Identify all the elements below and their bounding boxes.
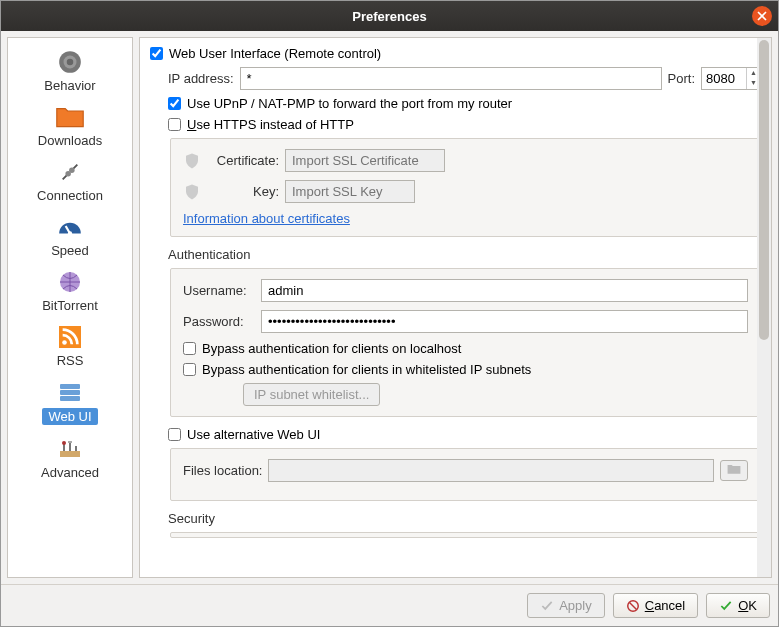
close-button[interactable] [752, 6, 772, 26]
server-icon [52, 378, 88, 406]
titlebar: Preferences [1, 1, 778, 31]
cancel-icon [626, 599, 640, 613]
sidebar-item-advanced[interactable]: Advanced [10, 431, 130, 484]
close-icon [757, 11, 767, 21]
bypass-localhost-label: Bypass authentication for clients on loc… [202, 341, 461, 356]
globe-icon [52, 268, 88, 296]
security-group [170, 532, 761, 538]
alt-webui-checkbox[interactable] [168, 428, 181, 441]
svg-point-8 [62, 340, 67, 345]
svg-rect-11 [60, 396, 80, 401]
sidebar-item-speed[interactable]: Speed [10, 209, 130, 262]
sidebar-item-bittorrent[interactable]: BitTorrent [10, 264, 130, 317]
svg-point-13 [62, 441, 66, 445]
ok-icon [719, 599, 733, 613]
sidebar-label: Downloads [38, 133, 102, 148]
settings-panel: Web User Interface (Remote control) IP a… [139, 37, 772, 578]
key-label: Key: [207, 184, 279, 199]
port-spinbox[interactable]: ▲▼ [701, 67, 761, 90]
auth-group: Username: Password: Bypass authenticatio… [170, 268, 761, 417]
upnp-label: Use UPnP / NAT-PMP to forward the port f… [187, 96, 512, 111]
gear-icon [52, 48, 88, 76]
security-title: Security [168, 511, 761, 526]
svg-rect-12 [60, 451, 80, 457]
ok-button[interactable]: OK [706, 593, 770, 618]
bypass-whitelist-label: Bypass authentication for clients in whi… [202, 362, 531, 377]
apply-button: Apply [527, 593, 605, 618]
upnp-checkbox[interactable] [168, 97, 181, 110]
cert-info-link[interactable]: Information about certificates [183, 211, 350, 226]
plug-icon [52, 158, 88, 186]
https-group: Certificate: Key: Information about cert… [170, 138, 761, 237]
ip-input[interactable] [240, 67, 662, 90]
bypass-localhost-checkbox[interactable] [183, 342, 196, 355]
files-location-input [268, 459, 714, 482]
sidebar-label: RSS [57, 353, 84, 368]
alt-webui-group: Files location: [170, 448, 761, 501]
port-label: Port: [668, 71, 695, 86]
bypass-whitelist-checkbox[interactable] [183, 363, 196, 376]
preferences-window: Preferences Behavior Downloads [0, 0, 779, 627]
username-label: Username: [183, 283, 255, 298]
category-sidebar: Behavior Downloads Connection Speed [7, 37, 133, 578]
gauge-icon [52, 213, 88, 241]
sidebar-label: Speed [51, 243, 89, 258]
alt-webui-label: Use alternative Web UI [187, 427, 320, 442]
password-input[interactable] [261, 310, 748, 333]
port-input[interactable] [702, 68, 746, 89]
svg-point-2 [67, 59, 74, 66]
ip-label: IP address: [168, 71, 234, 86]
folder-icon [52, 103, 88, 131]
shield-icon [183, 183, 201, 201]
cert-label: Certificate: [207, 153, 279, 168]
password-label: Password: [183, 314, 255, 329]
sidebar-label: Advanced [41, 465, 99, 480]
key-input [285, 180, 415, 203]
check-icon [540, 599, 554, 613]
sidebar-label: Connection [37, 188, 103, 203]
webui-enable-checkbox[interactable] [150, 47, 163, 60]
auth-title: Authentication [168, 247, 761, 262]
https-label: Use HTTPS instead of HTTP [187, 117, 354, 132]
scrollbar[interactable] [757, 38, 771, 577]
sidebar-item-downloads[interactable]: Downloads [10, 99, 130, 152]
window-title: Preferences [352, 9, 426, 24]
folder-open-icon [727, 463, 741, 475]
https-checkbox[interactable] [168, 118, 181, 131]
cancel-button[interactable]: Cancel [613, 593, 698, 618]
files-location-label: Files location: [183, 463, 262, 478]
dialog-footer: Apply Cancel OK [1, 584, 778, 626]
cert-input [285, 149, 445, 172]
shield-icon [183, 152, 201, 170]
sidebar-label: Behavior [44, 78, 95, 93]
sidebar-item-behavior[interactable]: Behavior [10, 44, 130, 97]
webui-enable-label: Web User Interface (Remote control) [169, 46, 381, 61]
svg-rect-10 [60, 390, 80, 395]
username-input[interactable] [261, 279, 748, 302]
sidebar-label: Web UI [42, 408, 97, 425]
ip-subnet-whitelist-button: IP subnet whitelist... [243, 383, 380, 406]
svg-point-4 [69, 167, 75, 173]
sidebar-item-webui[interactable]: Web UI [10, 374, 130, 429]
svg-point-5 [68, 231, 72, 235]
sidebar-item-rss[interactable]: RSS [10, 319, 130, 372]
tools-icon [52, 435, 88, 463]
sidebar-label: BitTorrent [42, 298, 98, 313]
svg-rect-9 [60, 384, 80, 389]
sidebar-item-connection[interactable]: Connection [10, 154, 130, 207]
rss-icon [52, 323, 88, 351]
browse-button [720, 460, 748, 481]
